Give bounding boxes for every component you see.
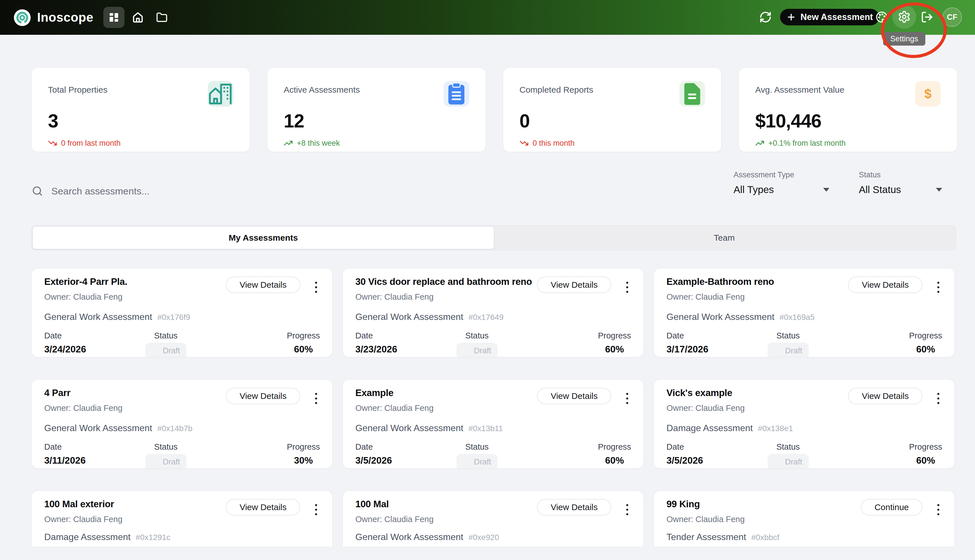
card-action-button[interactable]: View Details bbox=[226, 388, 300, 404]
file-icon bbox=[679, 81, 705, 107]
more-options-icon[interactable] bbox=[626, 504, 629, 518]
assessment-type-filter[interactable]: Assessment Type All Types bbox=[734, 170, 830, 195]
settings-button[interactable] bbox=[892, 5, 916, 29]
stat-label: Total Properties bbox=[48, 85, 234, 95]
progress-label: Progress bbox=[909, 331, 942, 340]
draft-pen-icon bbox=[463, 347, 470, 355]
tab-my-assessments[interactable]: My Assessments bbox=[33, 227, 494, 249]
more-options-icon[interactable] bbox=[937, 282, 940, 295]
stat-label: Completed Reports bbox=[520, 85, 705, 95]
stat-trend-text: +0.1% from last month bbox=[768, 139, 846, 148]
dashboard-icon bbox=[108, 12, 120, 23]
more-options-icon[interactable] bbox=[315, 393, 318, 407]
status-badge: Draft bbox=[145, 454, 186, 468]
progress-label: Progress bbox=[598, 442, 631, 452]
new-assessment-label: New Assessment bbox=[801, 12, 873, 22]
stat-label: Active Assessments bbox=[284, 85, 469, 95]
new-assessment-button[interactable]: New Assessment bbox=[780, 9, 879, 25]
assessment-id: #0x176f9 bbox=[157, 312, 190, 323]
inoscope-logo-icon bbox=[13, 8, 32, 27]
draft-pen-icon bbox=[152, 347, 159, 355]
refresh-icon[interactable] bbox=[759, 11, 772, 23]
progress-value: 60% bbox=[909, 344, 942, 355]
stat-value: 12 bbox=[284, 110, 469, 132]
search-bar bbox=[32, 180, 716, 202]
status-value: Draft bbox=[163, 457, 180, 467]
card-action-button[interactable]: View Details bbox=[226, 499, 300, 515]
progress-value: 60% bbox=[598, 344, 631, 355]
assessment-type: General Work Assessment bbox=[355, 531, 463, 543]
assessment-id: #0x138e1 bbox=[758, 423, 793, 435]
card-action-button[interactable]: View Details bbox=[226, 277, 300, 293]
primary-nav bbox=[103, 7, 172, 28]
tab-team[interactable]: Team bbox=[494, 227, 955, 249]
stat-trend: +0.1% from last month bbox=[755, 138, 941, 148]
date-value: 3/5/2026 bbox=[355, 455, 392, 466]
stat-value: 3 bbox=[48, 110, 234, 132]
date-value: 3/11/2026 bbox=[44, 455, 85, 466]
search-input[interactable] bbox=[51, 186, 508, 197]
card-action-button[interactable]: View Details bbox=[848, 388, 923, 404]
folder-icon bbox=[156, 12, 167, 23]
assessment-card: Vick's example Owner: Claudia Feng Damag… bbox=[654, 380, 955, 468]
assessment-card: 4 Parr Owner: Claudia Feng General Work … bbox=[32, 380, 333, 468]
card-action-button[interactable]: View Details bbox=[537, 388, 611, 404]
more-options-icon[interactable] bbox=[937, 504, 940, 518]
assessments-grid: Exterior-4 Parr Pla. Owner: Claudia Feng… bbox=[32, 268, 955, 547]
progress-label: Progress bbox=[909, 442, 942, 452]
stat-card: Total Properties 3 0 from last month bbox=[32, 68, 250, 152]
card-action-button[interactable]: View Details bbox=[848, 277, 923, 293]
more-options-icon[interactable] bbox=[315, 282, 318, 295]
palette-icon[interactable] bbox=[876, 11, 888, 23]
nav-projects-button[interactable] bbox=[151, 7, 172, 28]
card-action-button[interactable]: View Details bbox=[537, 277, 611, 293]
assessment-type-filter-label: Assessment Type bbox=[734, 170, 830, 179]
status-value: Draft bbox=[785, 346, 802, 355]
status-label: Status bbox=[457, 331, 497, 340]
draft-pen-icon bbox=[774, 458, 781, 466]
status-label: Status bbox=[145, 442, 186, 452]
more-options-icon[interactable] bbox=[315, 504, 318, 518]
stat-value: 0 bbox=[520, 110, 705, 132]
date-label: Date bbox=[355, 442, 392, 452]
assessment-type-filter-value: All Types bbox=[734, 184, 823, 195]
more-options-icon[interactable] bbox=[626, 393, 629, 407]
logout-icon[interactable] bbox=[921, 11, 933, 23]
progress-value: 30% bbox=[287, 455, 320, 466]
progress-label: Progress bbox=[287, 331, 320, 340]
nav-dashboard-button[interactable] bbox=[103, 7, 124, 28]
status-filter[interactable]: Status All Status bbox=[859, 170, 942, 195]
stat-trend: 0 this month bbox=[520, 138, 705, 148]
assessment-id: #0xbbcf bbox=[751, 532, 779, 543]
more-options-icon[interactable] bbox=[937, 393, 940, 407]
dollar-icon: $ bbox=[915, 81, 941, 107]
stats-row: Total Properties 3 0 from last month Act… bbox=[32, 68, 957, 152]
more-options-icon[interactable] bbox=[626, 282, 629, 295]
progress-label: Progress bbox=[287, 545, 320, 547]
avatar[interactable]: CF bbox=[942, 7, 962, 27]
status-label: Status bbox=[154, 545, 178, 547]
status-label: Status bbox=[776, 545, 800, 547]
status-label: Status bbox=[768, 331, 809, 340]
status-value: Draft bbox=[474, 457, 491, 467]
date-label: Date bbox=[44, 545, 62, 547]
assessment-card: Example Owner: Claudia Feng General Work… bbox=[343, 380, 644, 468]
brand-name: Inoscope bbox=[37, 10, 93, 25]
date-value: 3/23/2026 bbox=[355, 344, 397, 355]
card-action-button[interactable]: View Details bbox=[537, 499, 611, 515]
progress-label: Progress bbox=[909, 545, 942, 547]
stat-trend-text: 0 from last month bbox=[61, 139, 121, 148]
nav-home-button[interactable] bbox=[127, 7, 149, 28]
draft-pen-icon bbox=[463, 458, 470, 466]
date-label: Date bbox=[355, 545, 373, 547]
status-label: Status bbox=[457, 442, 497, 452]
assessment-card: 99 King Owner: Claudia Feng Tender Asses… bbox=[654, 491, 955, 547]
status-filter-label: Status bbox=[859, 170, 942, 179]
progress-value: 60% bbox=[287, 344, 320, 355]
date-value: 3/5/2026 bbox=[666, 455, 703, 466]
card-action-button[interactable]: Continue bbox=[861, 499, 923, 515]
status-label: Status bbox=[145, 331, 186, 340]
settings-tooltip-label: Settings bbox=[890, 35, 918, 43]
stat-trend: 0 from last month bbox=[48, 138, 234, 148]
stat-label: Avg. Assessment Value bbox=[755, 85, 941, 95]
